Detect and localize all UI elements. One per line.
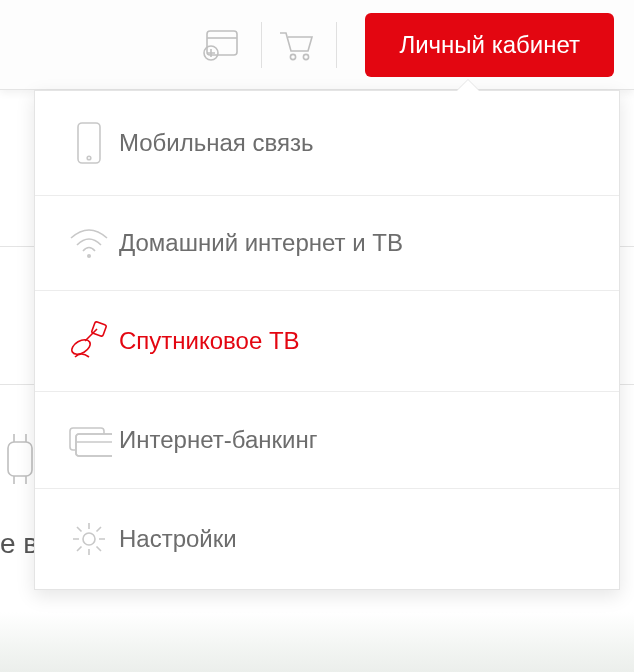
svg-rect-11 — [76, 434, 112, 456]
menu-item-mobile[interactable]: Мобильная связь — [35, 91, 619, 195]
svg-rect-9 — [91, 321, 106, 336]
login-button[interactable]: Личный кабинет — [365, 13, 614, 77]
menu-item-settings[interactable]: Настройки — [35, 488, 619, 589]
svg-point-6 — [87, 156, 91, 160]
svg-point-4 — [304, 54, 309, 59]
svg-point-3 — [291, 54, 296, 59]
wallet-add-icon — [201, 27, 241, 63]
cart-icon — [276, 27, 316, 63]
menu-item-label: Мобильная связь — [119, 129, 314, 157]
satellite-icon — [59, 321, 119, 361]
background-wash — [0, 612, 634, 672]
menu-item-label: Интернет-банкинг — [119, 426, 317, 454]
account-dropdown: Мобильная связь Домашний интернет и ТВ — [34, 90, 620, 590]
svg-point-7 — [87, 254, 91, 258]
login-button-label: Личный кабинет — [399, 31, 580, 58]
topbar-separator — [261, 22, 262, 68]
background-partial-text: е в — [0, 528, 38, 560]
menu-item-satellite-tv[interactable]: Спутниковое ТВ — [35, 290, 619, 391]
menu-item-label: Настройки — [119, 525, 237, 553]
wifi-icon — [59, 226, 119, 260]
menu-item-home-internet-tv[interactable]: Домашний интернет и ТВ — [35, 195, 619, 290]
svg-rect-0 — [8, 442, 32, 476]
menu-item-label: Спутниковое ТВ — [119, 327, 300, 355]
wallet-add-button[interactable] — [191, 15, 251, 75]
gear-icon — [59, 519, 119, 559]
menu-item-label: Домашний интернет и ТВ — [119, 229, 403, 257]
svg-point-13 — [83, 533, 95, 545]
topbar-separator — [336, 22, 337, 68]
topbar: Личный кабинет — [0, 0, 634, 90]
card-icon — [59, 422, 119, 458]
phone-icon — [59, 121, 119, 165]
menu-item-internet-banking[interactable]: Интернет-банкинг — [35, 391, 619, 488]
cart-button[interactable] — [266, 15, 326, 75]
